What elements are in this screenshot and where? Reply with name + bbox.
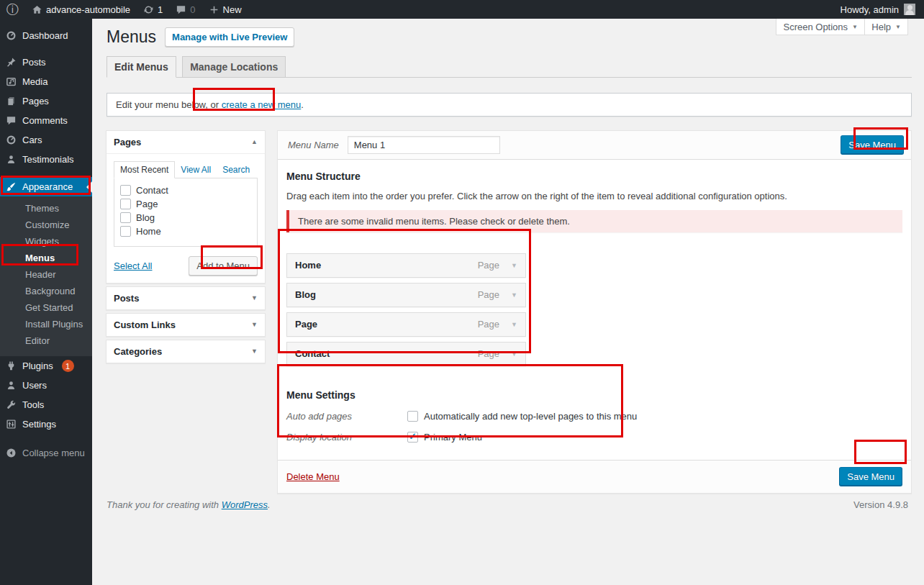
primary-menu-checkbox[interactable]	[407, 432, 418, 443]
categories-panel-header[interactable]: Categories ▼	[107, 340, 265, 363]
sidebar-item-themes[interactable]: Themes	[0, 200, 92, 217]
person-icon	[6, 154, 17, 165]
settings-sliders-icon	[6, 419, 17, 430]
select-all-link[interactable]: Select All	[114, 260, 152, 271]
chevron-down-icon: ▼	[895, 24, 901, 30]
manage-live-preview-button[interactable]: Manage with Live Preview	[165, 27, 294, 47]
save-menu-button-top[interactable]: Save Menu	[841, 135, 904, 155]
sidebar-item-pages[interactable]: Pages	[0, 91, 92, 111]
menu-name-input[interactable]	[348, 136, 500, 154]
wordpress-logo-icon: ⓘ	[6, 4, 19, 16]
sidebar-item-editor[interactable]: Editor	[0, 332, 92, 349]
categories-panel: Categories ▼	[106, 340, 266, 363]
menu-structure-title: Menu Structure	[286, 171, 902, 182]
updates-indicator[interactable]: 1	[137, 0, 169, 19]
site-name-link[interactable]: advance-automobile	[25, 0, 137, 19]
sidebar-item-cars[interactable]: Cars	[0, 130, 92, 150]
wordpress-logo-menu[interactable]: ⓘ	[0, 0, 25, 19]
paintbrush-icon	[6, 181, 17, 192]
sidebar-item-testimonials[interactable]: Testimonials	[0, 150, 92, 169]
chevron-down-icon: ▼	[852, 24, 858, 30]
page-checkbox-contact[interactable]: Contact	[120, 183, 251, 197]
update-icon	[143, 4, 154, 15]
sidebar-item-plugins[interactable]: Plugins 1	[0, 356, 92, 376]
pages-panel-tabs: Most Recent View All Search	[114, 161, 258, 178]
custom-links-panel-header[interactable]: Custom Links ▼	[107, 314, 265, 336]
tab-manage-locations[interactable]: Manage Locations	[182, 56, 286, 77]
collapse-menu-button[interactable]: Collapse menu	[0, 443, 92, 463]
auto-add-pages-option[interactable]: Automatically add new top-level pages to…	[407, 411, 637, 422]
menu-name-label: Menu Name	[288, 140, 339, 150]
page-checkbox-blog[interactable]: Blog	[120, 211, 251, 225]
sidebar-item-widgets[interactable]: Widgets	[0, 233, 92, 250]
expand-item-icon[interactable]: ▼	[511, 262, 517, 269]
pages-panel-header[interactable]: Pages ▲	[107, 131, 265, 153]
tab-view-all[interactable]: View All	[175, 162, 217, 178]
nav-tabs: Edit Menus Manage Locations	[107, 56, 912, 78]
avatar[interactable]	[904, 4, 915, 15]
sidebar-item-background[interactable]: Background	[0, 283, 92, 299]
checkbox[interactable]	[120, 199, 131, 209]
media-icon	[6, 76, 17, 87]
admin-top-bar: ⓘ advance-automobile 1 0 New Howdy, admi…	[0, 0, 924, 19]
sidebar-item-tools[interactable]: Tools	[0, 395, 92, 414]
new-label: New	[223, 4, 242, 15]
pages-checklist: Contact Page Blog Home	[114, 178, 258, 247]
save-menu-button-bottom[interactable]: Save Menu	[839, 467, 902, 486]
comment-bubble-icon	[6, 115, 17, 126]
sidebar-item-menus[interactable]: Menus	[0, 250, 92, 266]
sidebar-item-customize[interactable]: Customize	[0, 217, 92, 233]
footer-thanks: Thank you for creating with WordPress.	[107, 499, 271, 510]
expand-panel-icon[interactable]: ▼	[251, 321, 258, 328]
menu-item-contact[interactable]: Contact Page ▼	[286, 342, 526, 366]
dashboard-gauge-icon	[6, 30, 17, 41]
menu-item-blog[interactable]: Blog Page ▼	[286, 283, 526, 307]
checkbox[interactable]	[120, 212, 131, 223]
menu-items-column: Pages ▲ Most Recent View All Search Cont…	[106, 130, 266, 366]
tab-most-recent[interactable]: Most Recent	[114, 161, 175, 178]
menu-structure-list: Home Page ▼ Blog Page ▼ Page Page ▼	[286, 253, 526, 366]
plus-icon	[209, 4, 219, 15]
screen-options-button[interactable]: Screen Options ▼	[776, 19, 865, 35]
sidebar-item-dashboard[interactable]: Dashboard	[0, 26, 92, 45]
pushpin-icon	[6, 57, 17, 68]
expand-panel-icon[interactable]: ▼	[251, 348, 258, 355]
tab-edit-menus[interactable]: Edit Menus	[107, 56, 176, 78]
sidebar-item-media[interactable]: Media	[0, 72, 92, 91]
auto-add-pages-checkbox[interactable]	[407, 411, 418, 422]
expand-item-icon[interactable]: ▼	[511, 321, 517, 328]
expand-item-icon[interactable]: ▼	[511, 291, 517, 299]
sidebar-item-appearance[interactable]: Appearance	[0, 177, 92, 196]
checkbox[interactable]	[120, 226, 131, 237]
menu-item-home[interactable]: Home Page ▼	[286, 253, 526, 278]
expand-item-icon[interactable]: ▼	[511, 350, 517, 358]
collapse-panel-icon[interactable]: ▲	[251, 138, 258, 145]
menu-settings-section: Menu Settings Auto add pages Automatical…	[286, 389, 902, 443]
sidebar-item-users[interactable]: Users	[0, 376, 92, 395]
expand-panel-icon[interactable]: ▼	[251, 294, 258, 301]
create-new-menu-link[interactable]: create a new menu	[222, 99, 302, 110]
site-name-label: advance-automobile	[46, 4, 130, 15]
page-checkbox-page[interactable]: Page	[120, 197, 251, 211]
checkbox[interactable]	[120, 185, 131, 196]
tab-search[interactable]: Search	[217, 162, 255, 178]
page-checkbox-home[interactable]: Home	[120, 225, 251, 238]
sidebar-item-comments[interactable]: Comments	[0, 111, 92, 130]
delete-menu-link[interactable]: Delete Menu	[286, 471, 340, 482]
add-to-menu-button[interactable]: Add to Menu	[189, 256, 258, 276]
menu-item-page[interactable]: Page Page ▼	[286, 312, 526, 337]
comments-indicator[interactable]: 0	[169, 0, 201, 19]
sidebar-item-settings[interactable]: Settings	[0, 414, 92, 434]
new-content-menu[interactable]: New	[202, 0, 248, 19]
sidebar-item-header[interactable]: Header	[0, 266, 92, 283]
howdy-admin-label[interactable]: Howdy, admin	[841, 4, 899, 15]
primary-menu-option[interactable]: Primary Menu	[407, 432, 482, 443]
sidebar-item-install-plugins[interactable]: Install Plugins	[0, 316, 92, 332]
wordpress-link[interactable]: WordPress	[222, 499, 268, 510]
help-button[interactable]: Help ▼	[864, 19, 908, 35]
invalid-items-warning: There are some invalid menu items. Pleas…	[286, 210, 902, 232]
plugins-update-badge: 1	[62, 360, 74, 372]
posts-panel-header[interactable]: Posts ▼	[107, 287, 265, 309]
sidebar-item-get-started[interactable]: Get Started	[0, 299, 92, 316]
sidebar-item-posts[interactable]: Posts	[0, 53, 92, 72]
